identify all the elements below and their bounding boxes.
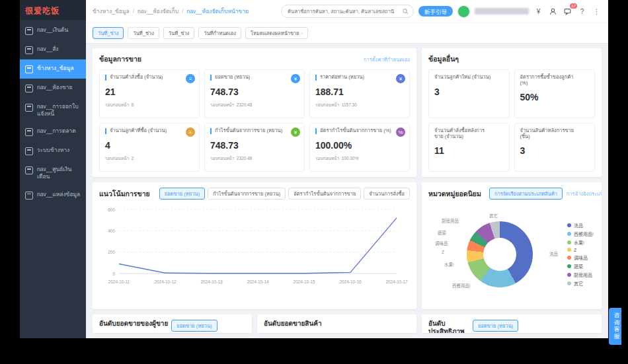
donut-label: 西餐用品! [452,282,471,289]
seller-ranking-title: อันดับยอดขายของผู้ขาย [99,320,168,328]
message-icon[interactable]: 17 [563,7,572,17]
global-search[interactable] [281,5,414,18]
breadcrumb-separator: / [133,8,134,15]
account-name[interactable] [475,8,529,15]
svg-text:400: 400 [108,229,115,233]
trend-card-title: แนวโน้มการขาย [99,188,150,200]
svg-text:2024-10-11: 2024-10-11 [108,279,130,284]
legend-item[interactable]: 水果! [567,239,594,246]
coin-icon [25,166,33,174]
profit-icon: ¥ [291,127,300,137]
user-icon[interactable] [548,7,558,17]
svg-text:600: 600 [108,207,115,212]
help-icon[interactable]: ? [577,7,587,17]
stat-tile-buying-customers: จำนวนลูกค้าที่ซื้อ (จำนวน) 4 รอบก่อนหน้า… [99,123,200,172]
grid-icon [25,147,33,155]
display-mode-select[interactable]: โหมดแสดงผลหน้าขาย › [245,27,308,39]
category-donut-chart: 厨房用品 其它 蔬菜 调味品 Z 水果! 西餐用品! 洗品 [448,215,547,294]
screen: 很爱吃饭 nav__เงินต้น nav__สั่ง ข้างหาง_ข้อม… [0,0,628,364]
category-sort-chip[interactable]: การจัดเรียงตามประเภทสินค้า [489,188,563,200]
avatar[interactable] [457,5,470,18]
notification-badge: 17 [570,3,577,9]
legend-item[interactable]: 其它 [567,280,594,287]
legend-item[interactable]: Z [567,248,594,252]
svg-text:2024-10-14: 2024-10-14 [247,279,269,284]
custom-date-tab[interactable]: วันที่กำหนดเอง [198,27,241,39]
sidebar-item-sales-room[interactable]: nav__ห้องขาย [20,79,86,98]
breadcrumb-current: nav__ห้องจัดเก็บหน้าขาย [186,7,249,16]
svg-text:200: 200 [108,250,115,254]
trend-tab-profit[interactable]: กำไรขั้นต้นจากการขาย (หยวน) [208,188,286,200]
stat-tile-price-per-customer: ราคาต่อท่าน (หยวน) 188.71 รอบก่อนหน้า 11… [309,69,410,118]
chevron-right-icon: › [301,31,303,36]
date-range-tab[interactable]: วันที่_ช่วง [128,27,159,39]
stat-tile-gross-profit: กำไรขั้นต้นจากการขาย (หยวน) 748.73 รอบก่… [204,123,305,172]
seller-ranking-card: อันดับยอดขายของผู้ขาย ยอดขาย (หยวน) กำไร… [93,314,252,333]
stat-tile-new-customers: จำนวนลูกค้าใหม่ (จำนวน) 3 [428,69,510,118]
database-icon [25,192,33,200]
guide-button[interactable]: 新手引导 [418,6,453,17]
breadcrumb-item[interactable]: ข้างหาง_ข้อมูล [93,7,130,16]
sales-card-title: ข้อมูลการขาย [99,54,141,65]
custom-settings-link[interactable]: การตั้งค่าที่กำหนดเอง [364,55,410,63]
main-area: ข้างหาง_ข้อมูล / nav__ห้องจัดเก็บ / nav_… [86,0,608,338]
stat-tile-sales: ยอดขาย (หยวน) 748.73 รอบก่อนหน้า 2320.48… [204,69,305,118]
customer-service-tab[interactable]: 咨询客服 [609,308,621,345]
donut-label: 蔬菜 [438,229,446,236]
sales-data-card: ข้อมูลการขาย การตั้งค่าที่กำหนดเอง จำนวน… [93,48,416,177]
svg-text:2024-10-12: 2024-10-12 [154,279,177,284]
svg-text:2024-10-17: 2024-10-17 [385,279,408,284]
breadcrumb: ข้างหาง_ข้อมูล / nav__ห้องจัดเก็บ / nav_… [93,7,249,16]
manager-ranking-title: อันดับประสิทธิภาพของผู้จัดการ [428,320,469,333]
top-bar: ข้างหาง_ข้อมูล / nav__ห้องจัดเก็บ / nav_… [86,0,608,22]
trend-tab-sales[interactable]: ยอดขาย (หยวน) [159,188,205,200]
document-icon [25,46,33,54]
sidebar-item-data-dashboard[interactable]: ข้างหาง_ข้อมูล [20,59,86,79]
legend-item[interactable]: 西餐用品! [567,231,594,237]
category-ref-link[interactable]: การอ้างอิงประเภทขาย [567,190,602,198]
sidebar-item-finance[interactable]: nav__เงินต้น [20,21,86,40]
svg-text:2024-10-15: 2024-10-15 [293,279,315,284]
sidebar-item-orders[interactable]: nav__สั่ง [20,40,86,59]
chart-icon [25,65,33,73]
price-icon: ¥ [396,74,405,83]
legend-item[interactable]: 厨房用品 [567,272,594,278]
sidebar-item-data-source[interactable]: nav__แหล่งข้อมูล [20,186,86,205]
date-range-tab[interactable]: วันที่_ช่วง [163,27,194,39]
search-input[interactable] [286,8,400,15]
stat-tile-aftersale-orders: จำนวนคำสั่งซื้อหลังการขาย (จำนวน) 11 [428,123,510,172]
category-card-title: หมวดหมู่ยอดนิยม [428,188,481,200]
customers-icon: ≡ [186,127,195,137]
stat-tile-repurchase-rate: อัตราการซื้อซ้ำของลูกค้า (%) 50% [514,69,596,118]
more-menu-icon[interactable]: ⋮ [592,7,602,17]
share-icon [25,85,33,92]
sidebar-nav: nav__เงินต้น nav__สั่ง ข้างหาง_ข้อมูล na… [20,20,86,338]
date-range-tab[interactable]: วันที่_ช่วง [93,27,124,39]
donut-label: 厨房用品 [442,217,459,224]
breadcrumb-item[interactable]: nav__ห้องจัดเก็บ [137,7,178,16]
trend-line-chart: 600 400 200 0 2024-10-11 2024-10-12 2024… [99,204,410,295]
sales-trend-card: แนวโน้มการขาย ยอดขาย (หยวน) กำไรขั้นต้นจ… [93,182,416,309]
donut-label: 水果! [444,261,454,268]
sidebar-item-system[interactable]: ระบบข้างหาง [20,141,86,161]
legend-item[interactable]: 蔬菜 [567,263,594,270]
legend-item[interactable]: 调味品 [567,254,594,261]
currency-icon[interactable]: ¥ [533,7,543,17]
donut-legend: 洗品 西餐用品! 水果! Z 调味品 蔬菜 厨房用品 其它 [567,222,594,287]
stat-tile-orders: จำนวนคำสั่งซื้อ (จำนวน) 21 รอบก่อนหน้า 8… [99,69,200,118]
sidebar-item-invoicing[interactable]: nav__การออกใบแจ้งหนี้ [20,98,86,122]
sidebar-item-payroll-center[interactable]: nav__ศูนย์เงินเดือน [20,161,86,185]
search-icon [403,9,409,15]
sidebar: 很爱吃饭 nav__เงินต้น nav__สั่ง ข้างหาง_ข้อม… [20,0,86,338]
margin-icon: % [396,127,405,137]
sidebar-item-marketing[interactable]: nav__การตลาด [20,122,86,141]
legend-item[interactable]: 洗品 [567,222,594,229]
seller-rank-tab[interactable]: ยอดขาย (หยวน) [171,320,217,332]
trend-tab-margin[interactable]: อัตรากำไรขั้นต้นจากการขาย [288,188,361,200]
dashboard-content: ข้อมูลการขาย การตั้งค่าที่กำหนดเอง จำนวน… [86,43,608,338]
manager-rank-tab[interactable]: ยอดขาย (หยวน) [473,320,518,332]
donut-label: 调味品 [435,240,448,246]
trend-tab-orders[interactable]: จำนวนการสั่งซื้อ [364,188,410,200]
donut-label: 其它 [489,212,498,219]
top-categories-card: หมวดหมู่ยอดนิยม การจัดเรียงตามประเภทสินค… [422,182,602,309]
